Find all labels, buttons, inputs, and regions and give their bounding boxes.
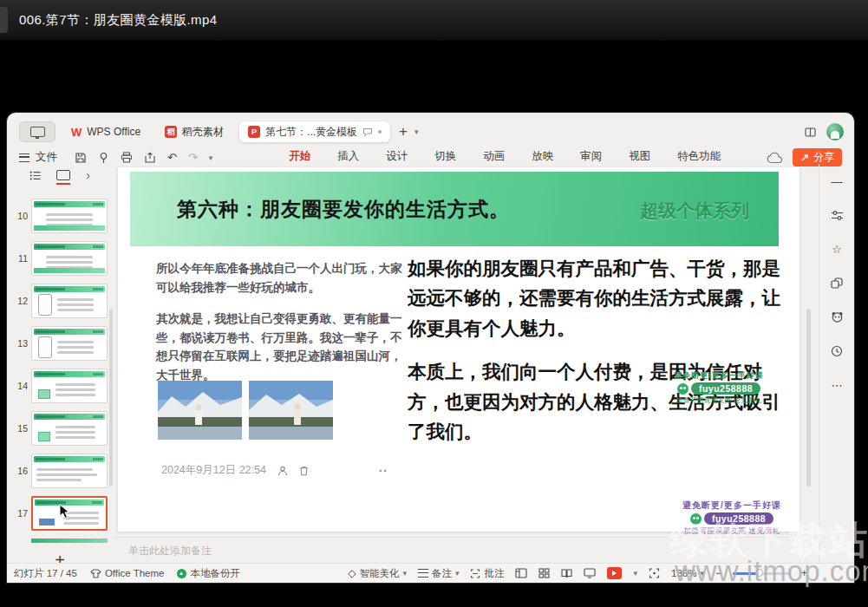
slide-body-text: 如果你的朋友圈只有产品和广告、干货，那是远远不够的，还需要有你的生活方式展露，让… — [408, 254, 791, 460]
post-more-button[interactable]: ·· — [379, 464, 388, 478]
reading-view-icon[interactable] — [561, 568, 572, 578]
slide-title-banner: 第六种：朋友圈要发你的生活方式。 超级个体系列 — [130, 172, 779, 246]
theme-selector[interactable]: Office Theme — [90, 568, 165, 578]
slideshow-play-button[interactable] — [607, 567, 622, 579]
settings-sliders-icon[interactable] — [831, 210, 844, 221]
slide-thumb-row-14: 14 — [14, 369, 113, 403]
print-icon[interactable] — [121, 152, 133, 163]
local-backup-status[interactable]: 本地备份开 — [177, 567, 240, 580]
canvas-scrollbar[interactable] — [806, 309, 811, 486]
history-clock-icon[interactable] — [831, 345, 843, 357]
slide-panel-tools: › — [7, 164, 113, 186]
document-tabbar: W WPS Office 稻 稻壳素材 P 第七节：...黄金模板 + ▾ — [7, 113, 854, 146]
slide-thumb-row-10: 10 — [14, 199, 113, 233]
theme-label: Office Theme — [105, 568, 165, 578]
watermark-slogan: 避免断更/更多一手好课 — [645, 370, 793, 382]
slide-thumbnail-11[interactable] — [31, 241, 108, 276]
tab-current-presentation[interactable]: P 第七节：...黄金模板 — [239, 121, 390, 142]
trash-icon[interactable] — [299, 466, 309, 476]
shapes-copy-icon[interactable] — [831, 277, 843, 289]
post-meta-row: 2024年9月12日 22:54 ·· — [161, 463, 388, 478]
tab-list-dropdown-icon[interactable]: ▾ — [414, 127, 419, 136]
backup-label: 本地备份开 — [190, 567, 240, 580]
focus-mode-icon[interactable] — [649, 568, 660, 578]
video-title: 006.第7节：朋友圈黄金模版.mp4 — [19, 12, 217, 29]
slide-thumb-row-15: 15 — [14, 411, 113, 446]
user-avatar[interactable] — [826, 123, 844, 140]
beautify-dropdown-icon: ▾ — [402, 569, 407, 578]
slide-thumbnail-13[interactable] — [31, 326, 108, 361]
save-icon[interactable] — [75, 152, 87, 164]
normal-view-icon[interactable] — [515, 568, 527, 578]
wechat-id-badge: fuyu258888 — [691, 382, 760, 395]
slide-thumb-row-11: 11 — [14, 241, 113, 276]
slide-thumbnail-16[interactable] — [31, 454, 108, 488]
comments-button[interactable]: 批注 — [470, 567, 504, 580]
mouse-cursor — [59, 504, 70, 519]
file-menu[interactable]: 文件 — [19, 150, 57, 165]
site-watermark-url: www.itmop.com — [675, 555, 868, 588]
notes-icon — [418, 569, 428, 578]
player-edge-tab — [0, 7, 8, 33]
person-icon[interactable] — [277, 466, 288, 476]
notes-placeholder: 单击此处添加备注 — [128, 544, 212, 558]
slide-thumb-row-16: 16 — [14, 454, 113, 488]
thumb-number: 13 — [14, 326, 28, 361]
favorites-star-icon[interactable]: ☆ — [832, 244, 842, 255]
thumbnail-view-icon[interactable] — [56, 170, 70, 180]
post-paragraph-2: 其次就是，我想让自己变得更勇敢、更有能量一些，都说读万卷书、行万里路。我这一辈子… — [156, 310, 409, 384]
collapse-panel-icon[interactable]: › — [86, 168, 90, 182]
slide-panel: › 1011121314151617+ — [7, 164, 113, 564]
tab-wps-office[interactable]: W WPS Office — [62, 121, 149, 142]
assistant-panda-icon[interactable] — [831, 311, 844, 323]
present-display-icon[interactable] — [584, 568, 596, 578]
menu-hamburger-icon — [19, 153, 29, 162]
watermark-slogan: 避免断更/更多一手好课 — [650, 499, 813, 512]
current-slide[interactable]: 第六种：朋友圈要发你的生活方式。 超级个体系列 所以今年年底准备挑战自己一个人出… — [118, 167, 799, 532]
beautify-label: 智能美化 — [359, 567, 399, 580]
qat-dropdown-icon[interactable]: ▾ — [209, 153, 213, 162]
beautify-icon: ◇ — [348, 567, 356, 579]
slide-thumbnail-15[interactable] — [31, 411, 108, 446]
mountain-photo — [249, 381, 333, 440]
comments-label: 批注 — [484, 567, 504, 580]
cloud-sync-icon[interactable] — [767, 152, 783, 164]
slide-thumbnail-14[interactable] — [31, 369, 108, 403]
slide-sorter-icon[interactable] — [538, 568, 550, 578]
docer-logo-icon: 稻 — [165, 126, 177, 138]
course-watermark-inline: 避免断更/更多一手好课 fuyu258888 加微可围观朋友圈 送见面礼 — [645, 370, 793, 405]
post-photos — [158, 381, 333, 440]
slide-thumb-row-13: 13 — [14, 326, 113, 361]
redo-icon[interactable]: ↷ — [188, 152, 198, 163]
slide-thumbnail-10[interactable] — [31, 199, 108, 233]
play-dropdown-icon[interactable]: ▾ — [633, 569, 637, 578]
slide-thumbnail-12[interactable] — [31, 284, 108, 318]
slide-canvas: 第六种：朋友圈要发你的生活方式。 超级个体系列 所以今年年底准备挑战自己一个人出… — [113, 164, 819, 537]
slide-title: 第六种：朋友圈要发你的生活方式。 — [177, 196, 510, 223]
post-paragraph-1: 所以今年年底准备挑战自己一个人出门玩，大家可以给我推荐一些好玩的城市。 — [156, 259, 409, 297]
share-label: 分享 — [813, 150, 834, 165]
export-icon[interactable] — [144, 152, 156, 163]
thumb-number: 12 — [14, 284, 28, 318]
add-slide-button[interactable]: + — [47, 551, 73, 564]
unsaved-dot-icon — [378, 130, 382, 134]
notes-label: 备注 — [432, 567, 452, 580]
body-paragraph-1: 如果你的朋友圈只有产品和广告、干货，那是远远不够的，还需要有你的生活方式展露，让… — [408, 254, 791, 343]
wechat-icon — [677, 383, 689, 395]
more-tools-icon[interactable]: ⋯ — [832, 380, 843, 391]
tab-docer-assets[interactable]: 稻 稻壳素材 — [156, 121, 232, 142]
smart-beautify-button[interactable]: ◇ 智能美化 ▾ — [348, 567, 407, 580]
new-tab-button[interactable]: + — [399, 123, 408, 140]
home-tab-button[interactable] — [19, 121, 55, 142]
comment-bubble-icon — [362, 127, 373, 137]
split-window-icon[interactable] — [805, 127, 816, 137]
post-date: 2024年9月12日 22:54 — [161, 463, 266, 478]
pin-icon[interactable] — [98, 152, 109, 164]
undo-icon[interactable]: ↶ — [167, 152, 177, 163]
mountain-photo — [158, 381, 242, 440]
outline-view-icon[interactable] — [29, 171, 41, 180]
backup-on-icon — [177, 569, 186, 578]
slide-thumbnail-partial[interactable] — [31, 538, 108, 543]
notes-toggle-button[interactable]: 备注 ▾ — [418, 567, 460, 580]
collapse-rail-icon[interactable]: — — [832, 176, 843, 187]
